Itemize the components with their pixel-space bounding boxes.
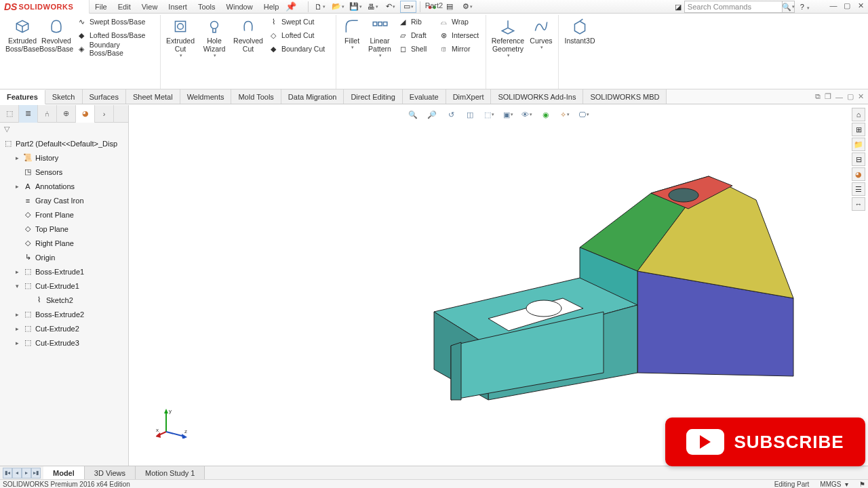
doc-window-icon[interactable]: ⧉ (815, 92, 821, 101)
tab-data-migration[interactable]: Data Migration (281, 89, 344, 104)
print-button[interactable]: 🖶▾ (365, 1, 381, 13)
status-flag-icon[interactable]: ⚑ (859, 481, 865, 488)
shell-button[interactable]: ◻Shell (395, 42, 435, 56)
revolved-boss-button[interactable]: Revolved Boss/Base (39, 15, 73, 56)
tree-node-boss-extrude1[interactable]: ▸⬚Boss-Extrude1 (0, 264, 128, 279)
select-button[interactable]: ▭▾ (400, 1, 416, 13)
hide-show-icon[interactable]: 👁▾ (519, 108, 534, 121)
tree-node-front-plane[interactable]: ◇Front Plane (0, 207, 128, 222)
menu-file[interactable]: File (90, 0, 113, 13)
motion-vcr[interactable]: ▮◂◂▸▸▮ (3, 468, 41, 479)
tab-sketch[interactable]: Sketch (45, 89, 83, 104)
minimize-button[interactable]: — (829, 1, 838, 10)
tab-evaluate[interactable]: Evaluate (403, 89, 446, 104)
tab-addins[interactable]: SOLIDWORKS Add-Ins (491, 89, 583, 104)
filter-icon[interactable]: ▽ (0, 123, 128, 135)
swept-boss-button[interactable]: ∿Swept Boss/Base (73, 15, 157, 28)
menu-tools[interactable]: Tools (193, 0, 221, 13)
tree-node-cut-extrude2[interactable]: ▸⬚Cut-Extrude2 (0, 321, 128, 336)
tree-root[interactable]: ⬚ Part2 (Default<<Default>_Disp (0, 136, 128, 150)
expand-icon[interactable]: ▸ (14, 325, 20, 332)
expand-icon[interactable]: ▸ (14, 268, 20, 275)
zoom-fit-icon[interactable]: 🔍 (406, 108, 420, 121)
tab-motion-study[interactable]: Motion Study 1 (136, 466, 205, 479)
panel-tab-more[interactable]: › (95, 105, 114, 123)
search-input[interactable]: Search Commands (684, 1, 783, 13)
mirror-button[interactable]: ⎅Mirror (435, 42, 483, 56)
tab-dimxpert[interactable]: DimXpert (446, 89, 492, 104)
boundary-boss-button[interactable]: ◈Boundary Boss/Base (73, 42, 157, 56)
pin-icon[interactable]: 📌 (284, 1, 298, 12)
menu-view[interactable]: View (136, 0, 163, 13)
tree-node-history[interactable]: ▸📜History (0, 150, 128, 165)
doc-max-icon[interactable]: ▢ (847, 92, 854, 101)
search-icon[interactable]: 🔍▾ (783, 1, 795, 13)
wrap-button[interactable]: ⌓Wrap (435, 15, 483, 28)
menu-help[interactable]: Help (258, 0, 285, 13)
prev-view-icon[interactable]: ↺ (443, 108, 458, 121)
options-list-button[interactable]: ▤ (441, 1, 458, 13)
panel-tab-dim[interactable]: ⊕ (57, 105, 76, 123)
lofted-boss-button[interactable]: ◆Lofted Boss/Base (73, 28, 157, 42)
tree-node-origin[interactable]: ↳Origin (0, 250, 128, 264)
fillet-button[interactable]: Fillet▾ (339, 15, 365, 58)
subscribe-overlay[interactable]: SUBSCRIBE (665, 418, 865, 466)
draft-button[interactable]: ▱Draft (395, 28, 435, 42)
status-units[interactable]: MMGS ▾ (820, 481, 848, 488)
extruded-boss-button[interactable]: Extruded Boss/Base (5, 15, 39, 56)
view-orient-icon[interactable]: ⬚▾ (481, 108, 496, 121)
tab-weldments[interactable]: Weldments (180, 89, 232, 104)
sw-search-icon[interactable]: ◪ (672, 3, 684, 12)
scene-icon[interactable]: ✧▾ (557, 108, 572, 121)
task-view-icon[interactable]: ⊟ (852, 152, 865, 166)
reference-geometry-button[interactable]: Reference Geometry▾ (489, 15, 527, 58)
expand-icon[interactable]: ▸ (14, 340, 20, 346)
swept-cut-button[interactable]: ⌇Swept Cut (265, 15, 333, 28)
tab-features[interactable]: Features (0, 90, 45, 104)
save-button[interactable]: 💾▾ (347, 1, 363, 13)
panel-tab-display[interactable]: ◕ (76, 105, 95, 123)
section-view-icon[interactable]: ◫ (462, 108, 477, 121)
task-props-icon[interactable]: ☰ (852, 182, 865, 196)
close-button[interactable]: ✕ (856, 1, 865, 10)
task-library-icon[interactable]: 📁 (852, 138, 865, 151)
new-doc-button[interactable]: 🗋▾ (312, 1, 328, 13)
task-home-icon[interactable]: ⌂ (852, 108, 865, 121)
view-settings-icon[interactable]: 🖵▾ (576, 108, 591, 121)
instant3d-button[interactable]: Instant3D (561, 15, 598, 45)
doc-restore-icon[interactable]: ❐ (825, 92, 831, 101)
tree-node-sensors[interactable]: ◳Sensors (0, 165, 128, 179)
tree-node-sketch2[interactable]: ⌇Sketch2 (0, 293, 128, 307)
tree-node-cut-extrude3[interactable]: ▸⬚Cut-Extrude3 (0, 336, 128, 350)
menu-window[interactable]: Window (221, 0, 258, 13)
revolved-cut-button[interactable]: Revolved Cut (231, 15, 265, 58)
rib-button[interactable]: ◢Rib (395, 15, 435, 28)
expand-icon[interactable]: ▸ (14, 183, 20, 190)
expand-icon[interactable]: ▸ (14, 311, 20, 318)
tab-3dviews[interactable]: 3D Views (85, 466, 136, 479)
tab-direct-editing[interactable]: Direct Editing (344, 89, 402, 104)
tree-node-top-plane[interactable]: ◇Top Plane (0, 222, 128, 236)
help-button[interactable]: ? ▾ (800, 3, 810, 11)
intersect-button[interactable]: ⊗Intersect (435, 28, 483, 42)
tab-surfaces[interactable]: Surfaces (83, 89, 126, 104)
appearance-icon[interactable]: ◉ (538, 108, 553, 121)
boundary-cut-button[interactable]: ◆Boundary Cut (265, 42, 333, 56)
open-doc-button[interactable]: 📂▾ (330, 1, 346, 13)
panel-tab-property[interactable]: ≣ (19, 105, 38, 123)
tab-mold-tools[interactable]: Mold Tools (231, 89, 281, 104)
tree-node-cut-extrude1[interactable]: ▾⬚Cut-Extrude1 (0, 279, 128, 293)
panel-tab-config[interactable]: ⑃ (38, 105, 57, 123)
tree-node-right-plane[interactable]: ◇Right Plane (0, 236, 128, 250)
menu-insert[interactable]: Insert (163, 0, 193, 13)
display-style-icon[interactable]: ▣▾ (500, 108, 515, 121)
tree-node-annotations[interactable]: ▸AAnnotations (0, 179, 128, 193)
settings-button[interactable]: ⚙▾ (459, 1, 475, 13)
tree-node-gray-cast-iron[interactable]: ≡Gray Cast Iron (0, 193, 128, 207)
tab-sheet-metal[interactable]: Sheet Metal (126, 89, 180, 104)
zoom-area-icon[interactable]: 🔎 (425, 108, 439, 121)
expand-icon[interactable]: ▾ (14, 283, 20, 289)
tree-node-boss-extrude2[interactable]: ▸⬚Boss-Extrude2 (0, 307, 128, 321)
doc-min-icon[interactable]: — (835, 93, 843, 101)
extruded-cut-button[interactable]: Extruded Cut▾ (163, 15, 197, 58)
